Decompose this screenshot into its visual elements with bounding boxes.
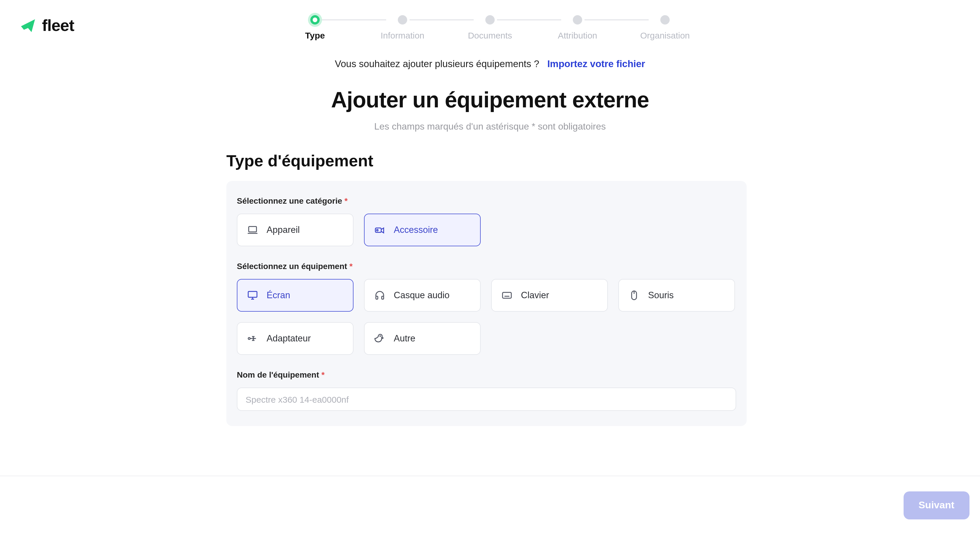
category-label: Sélectionnez une catégorie* — [237, 196, 736, 206]
svg-rect-5 — [382, 296, 384, 299]
svg-point-9 — [380, 336, 381, 336]
headphones-icon — [374, 290, 386, 301]
category-option-accessoire[interactable]: Accessoire — [364, 214, 480, 246]
step-documents: Documents — [446, 15, 534, 40]
step-dot-icon — [398, 15, 407, 24]
import-prompt-text: Vous souhaitez ajouter plusieurs équipem… — [335, 58, 539, 69]
equipment-name-input[interactable] — [237, 387, 736, 411]
tile-label: Casque audio — [394, 290, 449, 301]
step-label: Documents — [468, 30, 512, 40]
equipment-form-card: Sélectionnez une catégorie* Appareil Acc… — [226, 181, 747, 426]
required-asterisk: * — [344, 196, 348, 206]
step-label: Type — [305, 30, 325, 40]
category-label-text: Sélectionnez une catégorie — [237, 196, 342, 206]
svg-point-2 — [377, 230, 378, 231]
progress-stepper: Type Information Documents Attribution O… — [271, 15, 709, 40]
brand-logo: fleet — [20, 16, 74, 35]
step-type: Type — [271, 15, 359, 40]
section-title: Type d'équipement — [226, 152, 373, 171]
tile-label: Appareil — [267, 225, 300, 235]
step-label: Organisation — [640, 30, 690, 40]
mouse-icon — [628, 290, 640, 301]
equipment-label-text: Sélectionnez un équipement — [237, 261, 347, 271]
step-label: Information — [381, 30, 425, 40]
tile-label: Écran — [267, 290, 290, 301]
usb-icon — [247, 333, 258, 344]
brand-name: fleet — [42, 16, 74, 35]
wizard-footer: Suivant — [0, 476, 980, 534]
tile-label: Adaptateur — [267, 333, 311, 344]
category-options: Appareil Accessoire — [237, 214, 736, 246]
equipment-label: Sélectionnez un équipement* — [237, 261, 736, 271]
next-button[interactable]: Suivant — [903, 491, 969, 519]
svg-rect-3 — [248, 292, 257, 297]
duck-icon — [374, 333, 386, 344]
svg-point-8 — [248, 338, 250, 340]
category-option-appareil[interactable]: Appareil — [237, 214, 353, 246]
tile-label: Clavier — [521, 290, 549, 301]
tile-label: Accessoire — [394, 225, 438, 235]
equipment-option-ecran[interactable]: Écran — [237, 279, 353, 312]
tile-label: Souris — [648, 290, 674, 301]
svg-rect-6 — [503, 292, 511, 298]
equipment-name-label-text: Nom de l'équipement — [237, 370, 319, 379]
equipment-option-adaptateur[interactable]: Adaptateur — [237, 322, 353, 355]
equipment-option-souris[interactable]: Souris — [618, 279, 735, 312]
step-organisation: Organisation — [621, 15, 709, 40]
step-dot-icon — [573, 15, 582, 24]
equipment-option-autre[interactable]: Autre — [364, 322, 480, 355]
paperplane-icon — [20, 17, 37, 34]
step-label: Attribution — [558, 30, 597, 40]
required-asterisk: * — [349, 261, 353, 271]
step-attribution: Attribution — [534, 15, 621, 40]
required-asterisk: * — [321, 370, 325, 379]
equipment-option-casque[interactable]: Casque audio — [364, 279, 480, 312]
step-information: Information — [359, 15, 446, 40]
camcorder-icon — [374, 224, 386, 236]
equipment-name-label: Nom de l'équipement* — [237, 370, 736, 379]
equipment-options: Écran Casque audio Clavier Souris — [237, 279, 736, 355]
step-dot-icon — [485, 15, 495, 24]
laptop-icon — [247, 224, 258, 236]
svg-rect-4 — [376, 296, 378, 299]
keyboard-icon — [501, 290, 513, 301]
step-dot-icon — [660, 15, 670, 24]
import-file-link[interactable]: Importez votre fichier — [547, 58, 645, 69]
tile-label: Autre — [394, 333, 415, 344]
page-title: Ajouter un équipement externe — [0, 88, 980, 113]
svg-rect-0 — [249, 226, 257, 232]
monitor-icon — [247, 290, 258, 301]
required-fields-note: Les champs marqués d'un astérisque * son… — [0, 121, 980, 132]
equipment-option-clavier[interactable]: Clavier — [491, 279, 608, 312]
step-dot-icon — [310, 15, 320, 24]
import-prompt-line: Vous souhaitez ajouter plusieurs équipem… — [0, 58, 980, 69]
